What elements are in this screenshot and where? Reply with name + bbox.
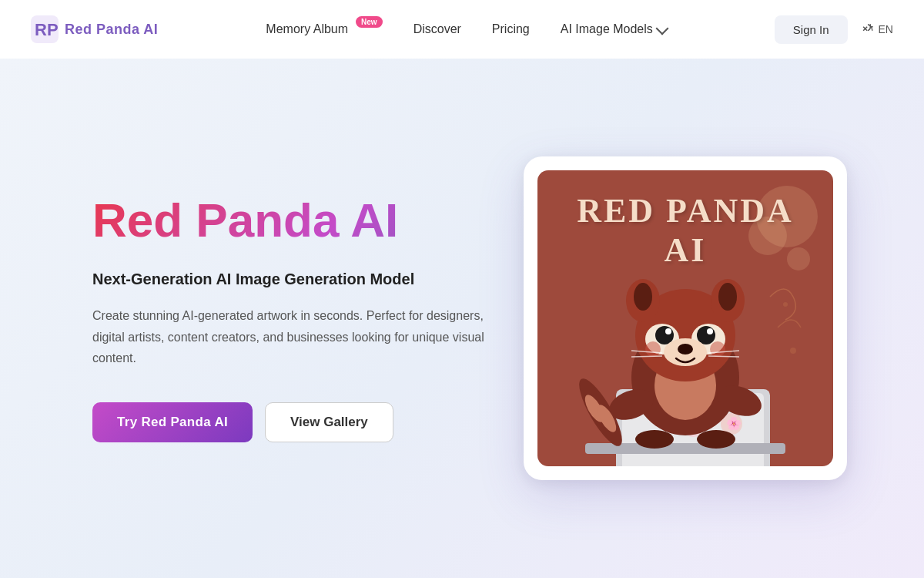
svg-point-22 xyxy=(634,283,652,311)
hero-title: Red Panda AI xyxy=(92,194,493,247)
panda-artwork: RED PANDA AI xyxy=(537,170,833,466)
svg-point-34 xyxy=(710,341,725,357)
navbar: RP Red Panda AI Memory Album New Discove… xyxy=(0,0,924,59)
svg-text:🌸: 🌸 xyxy=(726,416,742,431)
nav-discover[interactable]: Discover xyxy=(413,22,461,36)
artwork-title: RED PANDA AI xyxy=(577,192,794,270)
svg-point-33 xyxy=(645,341,661,357)
hero-content: Red Panda AI Next-Generation AI Image Ge… xyxy=(92,194,493,442)
svg-point-29 xyxy=(707,328,713,334)
artwork-card: RED PANDA AI xyxy=(524,156,847,480)
svg-line-36 xyxy=(631,356,662,357)
svg-point-28 xyxy=(665,328,671,334)
logo-icon: RP xyxy=(31,15,59,43)
nav-ai-image-models[interactable]: AI Image Models xyxy=(561,22,667,36)
hero-section: Red Panda AI Next-Generation AI Image Ge… xyxy=(0,59,924,578)
translate-icon xyxy=(860,22,875,37)
svg-point-15 xyxy=(697,430,735,449)
try-button[interactable]: Try Red Panda AI xyxy=(92,402,253,442)
svg-point-40 xyxy=(783,302,788,307)
hero-image: RED PANDA AI xyxy=(524,156,847,480)
sign-in-button[interactable]: Sign In xyxy=(775,15,848,44)
hero-subtitle: Next-Generation AI Image Generation Mode… xyxy=(92,268,493,290)
logo[interactable]: RP Red Panda AI xyxy=(31,15,158,43)
hero-buttons: Try Red Panda AI View Gallery xyxy=(92,402,493,442)
language-button[interactable]: EN xyxy=(860,22,893,37)
logo-text: Red Panda AI xyxy=(65,22,158,38)
svg-text:RP: RP xyxy=(35,20,59,39)
svg-point-14 xyxy=(635,430,674,449)
svg-line-38 xyxy=(708,356,739,357)
chevron-down-icon xyxy=(655,22,668,35)
svg-point-39 xyxy=(790,348,796,354)
nav-links: Memory Album New Discover Pricing AI Ima… xyxy=(266,22,666,36)
new-badge: New xyxy=(356,16,383,28)
svg-point-26 xyxy=(655,326,674,344)
svg-point-32 xyxy=(678,344,693,355)
nav-memory-album[interactable]: Memory Album New xyxy=(266,22,382,36)
panda-illustration: 🌸 xyxy=(554,258,816,466)
nav-pricing[interactable]: Pricing xyxy=(492,22,530,36)
gallery-button[interactable]: View Gallery xyxy=(265,402,393,442)
svg-point-27 xyxy=(697,326,715,344)
nav-right: Sign In EN xyxy=(775,15,893,44)
hero-description: Create stunning AI-generated artwork in … xyxy=(92,305,493,368)
svg-point-23 xyxy=(718,283,737,311)
